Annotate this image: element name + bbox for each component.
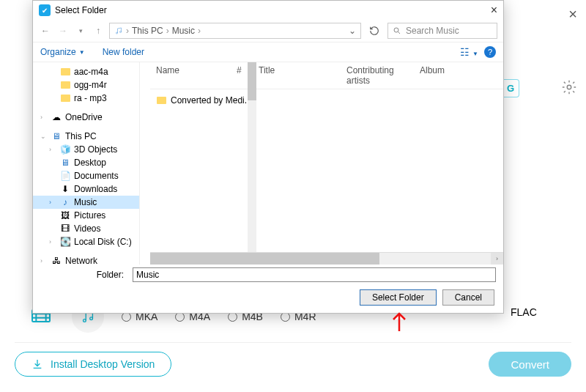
tree-item[interactable]: 🖼Pictures	[33, 209, 139, 222]
help-icon[interactable]: ?	[484, 46, 496, 58]
svg-point-5	[120, 32, 122, 33]
install-button[interactable]: Install Desktop Version	[15, 352, 171, 377]
tree-item[interactable]: ›💽Local Disk (C:)	[33, 235, 139, 248]
tree-item[interactable]: 🖥Desktop	[33, 156, 139, 169]
folder-input[interactable]	[133, 267, 496, 282]
select-folder-button[interactable]: Select Folder	[360, 289, 437, 306]
pc-icon: 🖥	[51, 131, 62, 141]
new-folder-button[interactable]: New folder	[103, 47, 144, 57]
drive-icon: 💽	[60, 237, 70, 247]
dialog-title: Select Folder	[55, 5, 107, 15]
tree-item[interactable]: ra - mp3	[33, 92, 139, 105]
vertical-scrollbar[interactable]	[248, 62, 256, 252]
tree-item[interactable]: ⬇Downloads	[33, 182, 139, 196]
tree-item[interactable]: 📄Documents	[33, 169, 139, 182]
search-icon	[393, 26, 401, 35]
tree-thispc[interactable]: ⌄🖥This PC	[33, 130, 139, 143]
history-chevron-icon[interactable]: ▾	[74, 27, 87, 34]
tree-item[interactable]: aac-m4a	[33, 65, 139, 78]
up-icon[interactable]: ↑	[92, 26, 105, 36]
back-icon[interactable]: ←	[39, 26, 52, 36]
music-icon	[114, 26, 123, 35]
download-icon: ⬇	[60, 184, 70, 194]
tree-item-music[interactable]: ›♪Music	[33, 196, 139, 209]
music-icon: ♪	[60, 197, 70, 207]
tree-item[interactable]: ›🧊3D Objects	[33, 143, 139, 156]
svg-point-2	[84, 319, 86, 322]
tree-item[interactable]: 🎞Videos	[33, 222, 139, 235]
cloud-icon: ☁	[51, 112, 62, 122]
annotation-arrow-icon	[390, 309, 409, 336]
svg-point-4	[116, 32, 118, 34]
horizontal-scrollbar[interactable]: ›	[150, 252, 503, 265]
svg-point-0	[567, 85, 571, 89]
file-row[interactable]: Converted by Medi...	[150, 94, 503, 107]
svg-point-3	[90, 317, 93, 320]
svg-point-6	[394, 28, 398, 32]
organize-menu[interactable]: Organize▼	[40, 47, 85, 57]
network-icon: 🖧	[51, 256, 62, 265]
convert-button[interactable]: Convert	[489, 352, 571, 377]
search-input[interactable]: Search Music	[387, 23, 497, 39]
cancel-button[interactable]: Cancel	[442, 289, 494, 306]
view-mode-icon[interactable]: ☷ ▼	[460, 46, 478, 58]
app-logo-icon: ✔	[39, 4, 51, 16]
tree-item[interactable]: ogg-m4r	[33, 78, 139, 92]
gear-icon[interactable]	[560, 78, 579, 97]
tag-g: G	[502, 79, 519, 97]
folder-label: Folder:	[40, 270, 128, 280]
breadcrumb[interactable]: ›This PC ›Music › ⌄	[109, 23, 361, 39]
divider	[15, 342, 571, 343]
forward-icon[interactable]: →	[56, 26, 70, 36]
format-flac: FLAC	[511, 306, 537, 318]
app-close-icon[interactable]: ×	[568, 6, 577, 23]
tree-network[interactable]: ›🖧Network	[33, 254, 139, 265]
column-headers[interactable]: Name # Title Contributing artists Album	[150, 62, 503, 89]
refresh-icon[interactable]	[366, 26, 383, 36]
select-folder-dialog: ✔ Select Folder × ← → ▾ ↑ ›This PC ›Musi…	[32, 0, 504, 314]
tree-onedrive[interactable]: ›☁OneDrive	[33, 111, 139, 124]
chevron-down-icon[interactable]: ⌄	[349, 26, 356, 36]
close-icon[interactable]: ×	[491, 4, 497, 17]
nav-tree: aac-m4a ogg-m4r ra - mp3 ›☁OneDrive ⌄🖥Th…	[33, 62, 140, 265]
